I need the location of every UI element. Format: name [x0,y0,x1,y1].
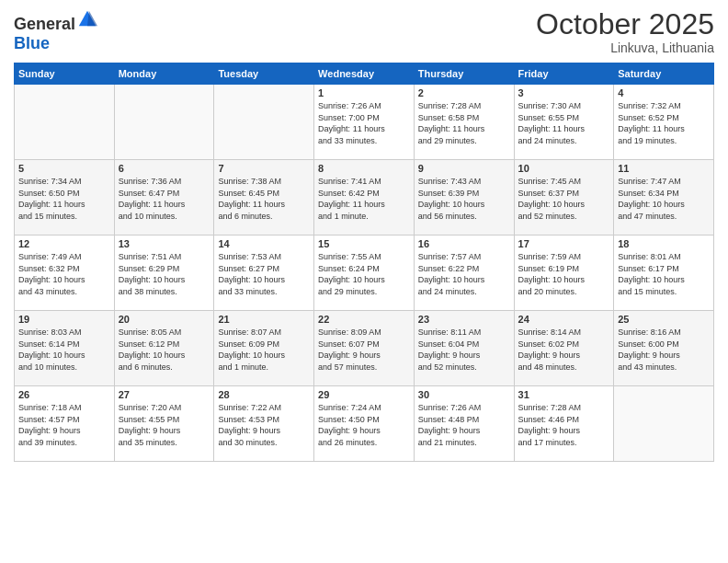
calendar-cell: 6Sunrise: 7:36 AM Sunset: 6:47 PM Daylig… [114,160,214,236]
calendar-week-3: 19Sunrise: 8:03 AM Sunset: 6:14 PM Dayli… [15,311,714,386]
calendar-cell: 9Sunrise: 7:43 AM Sunset: 6:39 PM Daylig… [414,160,514,236]
calendar-cell: 26Sunrise: 7:18 AM Sunset: 4:57 PM Dayli… [15,386,115,462]
calendar-cell: 31Sunrise: 7:28 AM Sunset: 4:46 PM Dayli… [514,386,614,462]
calendar-cell: 24Sunrise: 8:14 AM Sunset: 6:02 PM Dayli… [514,311,614,386]
header: General Blue October 2025 Linkuva, Lithu… [14,9,714,55]
title-block: October 2025 Linkuva, Lithuania [536,9,714,55]
calendar-cell: 3Sunrise: 7:30 AM Sunset: 6:55 PM Daylig… [514,85,614,160]
calendar-cell: 21Sunrise: 8:07 AM Sunset: 6:09 PM Dayli… [214,311,314,386]
month-title: October 2025 [536,9,714,39]
header-row: Sunday Monday Tuesday Wednesday Thursday… [15,63,714,85]
day-info: Sunrise: 8:07 AM Sunset: 6:09 PM Dayligh… [218,327,310,373]
calendar-table: Sunday Monday Tuesday Wednesday Thursday… [14,63,714,462]
day-info: Sunrise: 8:01 AM Sunset: 6:17 PM Dayligh… [618,251,710,297]
calendar-cell: 12Sunrise: 7:49 AM Sunset: 6:32 PM Dayli… [15,236,115,311]
day-number: 17 [518,238,610,249]
day-info: Sunrise: 8:03 AM Sunset: 6:14 PM Dayligh… [18,327,110,373]
day-info: Sunrise: 7:24 AM Sunset: 4:50 PM Dayligh… [318,402,410,448]
day-number: 31 [518,389,610,400]
day-info: Sunrise: 8:16 AM Sunset: 6:00 PM Dayligh… [618,327,710,373]
day-info: Sunrise: 8:09 AM Sunset: 6:07 PM Dayligh… [318,327,410,373]
col-monday: Monday [114,63,214,85]
day-number: 25 [618,314,710,325]
col-saturday: Saturday [614,63,714,85]
calendar-cell [15,85,115,160]
col-thursday: Thursday [414,63,514,85]
day-number: 9 [418,163,510,174]
calendar-cell: 25Sunrise: 8:16 AM Sunset: 6:00 PM Dayli… [614,311,714,386]
day-info: Sunrise: 7:51 AM Sunset: 6:29 PM Dayligh… [119,251,210,297]
calendar-week-0: 1Sunrise: 7:26 AM Sunset: 7:00 PM Daylig… [15,85,714,160]
day-number: 20 [119,314,210,325]
day-info: Sunrise: 7:20 AM Sunset: 4:55 PM Dayligh… [119,402,210,448]
calendar-cell: 19Sunrise: 8:03 AM Sunset: 6:14 PM Dayli… [15,311,115,386]
day-number: 6 [119,163,210,174]
day-number: 30 [418,389,510,400]
day-info: Sunrise: 7:43 AM Sunset: 6:39 PM Dayligh… [418,176,510,222]
calendar-cell: 29Sunrise: 7:24 AM Sunset: 4:50 PM Dayli… [314,386,415,462]
calendar-cell: 5Sunrise: 7:34 AM Sunset: 6:50 PM Daylig… [15,160,115,236]
day-info: Sunrise: 7:45 AM Sunset: 6:37 PM Dayligh… [518,176,610,222]
calendar-cell: 23Sunrise: 8:11 AM Sunset: 6:04 PM Dayli… [414,311,514,386]
day-info: Sunrise: 7:30 AM Sunset: 6:55 PM Dayligh… [518,100,610,146]
calendar-cell: 7Sunrise: 7:38 AM Sunset: 6:45 PM Daylig… [214,160,314,236]
day-number: 15 [318,238,410,249]
day-number: 8 [318,163,410,174]
calendar-cell: 14Sunrise: 7:53 AM Sunset: 6:27 PM Dayli… [214,236,314,311]
calendar-cell: 17Sunrise: 7:59 AM Sunset: 6:19 PM Dayli… [514,236,614,311]
svg-marker-1 [87,11,97,27]
day-number: 24 [518,314,610,325]
day-number: 26 [18,389,110,400]
day-number: 4 [618,87,710,98]
col-sunday: Sunday [15,63,115,85]
day-info: Sunrise: 7:28 AM Sunset: 4:46 PM Dayligh… [518,402,610,448]
day-number: 1 [318,87,410,98]
calendar-cell: 16Sunrise: 7:57 AM Sunset: 6:22 PM Dayli… [414,236,514,311]
day-info: Sunrise: 7:26 AM Sunset: 4:48 PM Dayligh… [418,402,510,448]
day-info: Sunrise: 7:41 AM Sunset: 6:42 PM Dayligh… [318,176,410,222]
day-number: 19 [18,314,110,325]
day-info: Sunrise: 7:26 AM Sunset: 7:00 PM Dayligh… [318,100,410,146]
calendar-cell: 11Sunrise: 7:47 AM Sunset: 6:34 PM Dayli… [614,160,714,236]
calendar-cell: 30Sunrise: 7:26 AM Sunset: 4:48 PM Dayli… [414,386,514,462]
calendar-week-4: 26Sunrise: 7:18 AM Sunset: 4:57 PM Dayli… [15,386,714,462]
day-number: 10 [518,163,610,174]
day-info: Sunrise: 7:38 AM Sunset: 6:45 PM Dayligh… [218,176,310,222]
day-number: 13 [119,238,210,249]
day-info: Sunrise: 7:53 AM Sunset: 6:27 PM Dayligh… [218,251,310,297]
calendar-cell [114,85,214,160]
day-info: Sunrise: 7:18 AM Sunset: 4:57 PM Dayligh… [18,402,110,448]
logo-general: General [14,15,75,33]
day-info: Sunrise: 8:05 AM Sunset: 6:12 PM Dayligh… [119,327,210,373]
day-number: 23 [418,314,510,325]
day-number: 21 [218,314,310,325]
day-number: 2 [418,87,510,98]
day-number: 14 [218,238,310,249]
day-number: 11 [618,163,710,174]
day-number: 22 [318,314,410,325]
page: General Blue October 2025 Linkuva, Lithu… [0,0,728,563]
day-number: 3 [518,87,610,98]
col-wednesday: Wednesday [314,63,415,85]
logo-icon [77,9,97,29]
day-number: 28 [218,389,310,400]
day-number: 12 [18,238,110,249]
calendar-cell: 13Sunrise: 7:51 AM Sunset: 6:29 PM Dayli… [114,236,214,311]
day-info: Sunrise: 7:49 AM Sunset: 6:32 PM Dayligh… [18,251,110,297]
calendar-cell [214,85,314,160]
day-info: Sunrise: 8:11 AM Sunset: 6:04 PM Dayligh… [418,327,510,373]
calendar-cell: 18Sunrise: 8:01 AM Sunset: 6:17 PM Dayli… [614,236,714,311]
calendar-cell: 8Sunrise: 7:41 AM Sunset: 6:42 PM Daylig… [314,160,415,236]
day-number: 27 [119,389,210,400]
day-info: Sunrise: 7:32 AM Sunset: 6:52 PM Dayligh… [618,100,710,146]
calendar-cell: 1Sunrise: 7:26 AM Sunset: 7:00 PM Daylig… [314,85,415,160]
day-info: Sunrise: 7:36 AM Sunset: 6:47 PM Dayligh… [119,176,210,222]
day-number: 16 [418,238,510,249]
day-info: Sunrise: 7:28 AM Sunset: 6:58 PM Dayligh… [418,100,510,146]
calendar-cell: 10Sunrise: 7:45 AM Sunset: 6:37 PM Dayli… [514,160,614,236]
calendar-cell: 28Sunrise: 7:22 AM Sunset: 4:53 PM Dayli… [214,386,314,462]
calendar-cell: 20Sunrise: 8:05 AM Sunset: 6:12 PM Dayli… [114,311,214,386]
day-info: Sunrise: 7:47 AM Sunset: 6:34 PM Dayligh… [618,176,710,222]
logo-blue: Blue [14,34,50,52]
calendar-cell: 27Sunrise: 7:20 AM Sunset: 4:55 PM Dayli… [114,386,214,462]
